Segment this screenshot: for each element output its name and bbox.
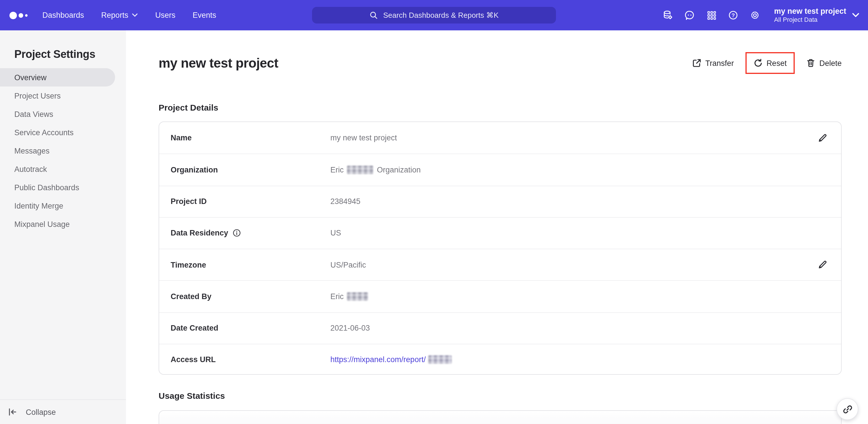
project-actions: Transfer Reset — [692, 52, 842, 74]
collapse-label: Collapse — [26, 408, 56, 416]
current-project-scope: All Project Data — [774, 16, 846, 24]
share-link-button[interactable] — [837, 398, 858, 420]
row-date-created: Date Created 2021-06-03 — [159, 312, 841, 344]
row-created-by: Created By Eric — [159, 280, 841, 312]
row-project-id: Project ID 2384945 — [159, 186, 841, 217]
chevron-down-icon — [852, 12, 860, 18]
sidebar-item-mixpanel-usage[interactable]: Mixpanel Usage — [0, 215, 115, 233]
edit-timezone-button[interactable] — [816, 259, 829, 271]
redacted-text — [347, 166, 374, 174]
nav-item-label: Users — [155, 11, 176, 20]
redacted-text — [347, 292, 368, 301]
nav-item-reports[interactable]: Reports — [101, 11, 138, 20]
edit-name-button[interactable] — [816, 132, 829, 144]
settings-gear-icon[interactable] — [749, 9, 762, 22]
project-selector[interactable]: my new test project All Project Data — [774, 7, 860, 24]
page-title: my new test project — [159, 56, 278, 71]
delete-button[interactable]: Delete — [806, 58, 842, 67]
help-icon[interactable]: ? — [727, 9, 740, 22]
info-icon[interactable] — [232, 229, 241, 237]
row-data-residency: Data Residency US — [159, 217, 841, 249]
current-project-name: my new test project — [774, 7, 846, 16]
nav-item-events[interactable]: Events — [193, 11, 216, 20]
link-icon — [842, 404, 852, 414]
transfer-button[interactable]: Transfer — [692, 58, 734, 67]
row-access-url: Access URL https://mixpanel.com/report/ — [159, 344, 841, 375]
usage-statistics-card — [159, 410, 842, 424]
sidebar-item-project-users[interactable]: Project Users — [0, 86, 115, 105]
mixpanel-project-settings-page: Dashboards Reports Users Events — [0, 0, 868, 424]
main-content: my new test project Transfer — [126, 30, 868, 424]
nav-item-label: Events — [193, 11, 216, 20]
top-nav-bar: Dashboards Reports Users Events — [0, 0, 868, 30]
nav-item-dashboards[interactable]: Dashboards — [42, 11, 84, 20]
reset-icon — [753, 58, 762, 67]
section-title-project-details: Project Details — [159, 103, 218, 112]
sidebar-item-messages[interactable]: Messages — [0, 142, 115, 160]
sidebar-item-overview[interactable]: Overview — [0, 68, 115, 86]
nav-item-users[interactable]: Users — [155, 11, 176, 20]
apps-grid-icon[interactable] — [705, 9, 718, 22]
collapse-sidebar-button[interactable]: Collapse — [0, 399, 126, 424]
row-name: Name my new test project — [159, 122, 841, 154]
collapse-icon — [8, 407, 17, 417]
mixpanel-logo-icon[interactable] — [9, 9, 30, 21]
redacted-text — [428, 356, 452, 364]
messages-icon[interactable] — [684, 9, 696, 22]
data-connections-icon[interactable] — [662, 9, 675, 22]
sidebar-item-identity-merge[interactable]: Identity Merge — [0, 197, 115, 215]
access-url-link[interactable]: https://mixpanel.com/report/ — [330, 356, 454, 364]
section-title-usage-statistics: Usage Statistics — [159, 391, 225, 400]
nav-item-label: Reports — [101, 11, 128, 20]
settings-sidebar: Project Settings Overview Project Users … — [0, 30, 126, 424]
search-placeholder: Search Dashboards & Reports ⌘K — [383, 11, 498, 20]
nav-item-label: Dashboards — [42, 11, 84, 20]
row-organization: Organization Eric Organization — [159, 154, 841, 186]
transfer-icon — [692, 58, 702, 67]
sidebar-item-autotrack[interactable]: Autotrack — [0, 160, 115, 178]
svg-text:?: ? — [732, 12, 735, 18]
search-input[interactable]: Search Dashboards & Reports ⌘K — [312, 7, 556, 24]
sidebar-item-service-accounts[interactable]: Service Accounts — [0, 123, 115, 142]
chevron-down-icon — [132, 13, 138, 17]
row-timezone: Timezone US/Pacific — [159, 249, 841, 280]
sidebar-item-data-views[interactable]: Data Views — [0, 105, 115, 123]
sidebar-title: Project Settings — [14, 48, 126, 61]
sidebar-item-public-dashboards[interactable]: Public Dashboards — [0, 178, 115, 197]
project-details-card: Name my new test project Organization Er… — [159, 121, 842, 375]
search-icon — [369, 11, 378, 20]
trash-icon — [806, 58, 815, 67]
reset-button[interactable]: Reset — [753, 58, 787, 67]
annotation-highlight-box: Reset — [745, 52, 795, 74]
